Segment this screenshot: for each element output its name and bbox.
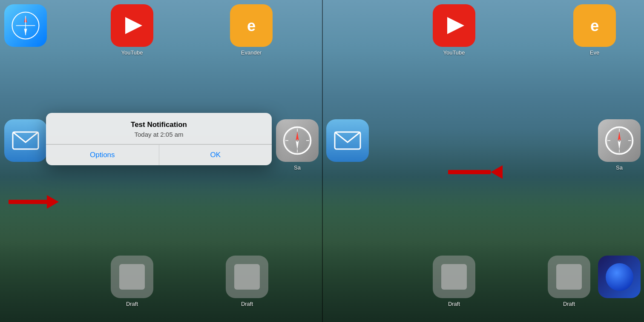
app-icon-compass-right[interactable]: Sa (598, 119, 641, 171)
youtube-icon (111, 4, 153, 47)
app-blue-right[interactable] (598, 256, 641, 298)
svg-text:e: e (590, 17, 599, 34)
youtube-play-icon-right (447, 17, 464, 34)
youtube-label: YouTube (121, 49, 143, 56)
app-draft-right-1[interactable]: Draft (433, 256, 475, 307)
draft-icon-left-1 (111, 256, 153, 298)
youtube-play-icon (125, 17, 142, 34)
draft-icon-right-2 (548, 256, 590, 298)
right-panel: YouTube e Eve (322, 0, 644, 322)
mail-icon-right (326, 119, 369, 162)
dialog-title-left: Test Notification (55, 121, 263, 129)
dialog-header-left: Test Notification Today at 2:05 am (46, 113, 272, 144)
compass-icon-right (598, 119, 641, 162)
svg-marker-25 (618, 132, 621, 141)
svg-marker-26 (618, 141, 621, 150)
app-icon-youtube-left[interactable]: YouTube (111, 4, 153, 56)
event-icon-left: e (230, 4, 273, 47)
app-icon-mail-right[interactable] (326, 119, 369, 162)
dialog-buttons-left: Options OK (46, 144, 272, 165)
blue-circle-inner (606, 263, 633, 291)
app-icon-evander-left[interactable]: e Evander (230, 4, 273, 56)
snooze-arrow (448, 165, 503, 179)
safari-label-left: Sa (294, 164, 301, 171)
event-icon-right: e (573, 4, 616, 47)
youtube-icon-right (433, 4, 475, 47)
blue-circle-app-icon (598, 256, 641, 298)
app-icon-compass-left[interactable]: Sa (276, 119, 319, 171)
svg-marker-14 (296, 132, 299, 141)
app-draft-right-2[interactable]: Draft (548, 256, 590, 307)
dialog-time-left: Today at 2:05 am (55, 131, 263, 138)
panel-divider (322, 0, 323, 322)
app-icon-youtube-right[interactable]: YouTube (433, 4, 475, 56)
safari-icon (4, 4, 47, 47)
app-draft-left-2[interactable]: Draft (226, 256, 268, 307)
svg-marker-15 (296, 141, 299, 150)
evander-label-left: Evander (241, 49, 262, 56)
draft-label-right-1: Draft (448, 301, 460, 307)
evander-label-right: Eve (590, 49, 599, 56)
options-button[interactable]: Options (46, 145, 159, 165)
ok-button[interactable]: OK (159, 145, 272, 165)
app-icon-mail-left[interactable] (4, 119, 47, 162)
draft-icon-left-2 (226, 256, 268, 298)
notification-dialog-left: Test Notification Today at 2:05 am Optio… (46, 113, 272, 165)
youtube-label-right: YouTube (443, 49, 465, 56)
svg-text:e: e (247, 17, 256, 34)
draft-label-right-2: Draft (563, 301, 575, 307)
draft-label-left-2: Draft (241, 301, 253, 307)
left-panel: YouTube e Evander (0, 0, 322, 322)
app-draft-left-1[interactable]: Draft (111, 256, 153, 307)
mail-icon-left (4, 119, 47, 162)
app-icon-evander-right[interactable]: e Eve (573, 4, 616, 56)
draft-icon-right-1 (433, 256, 475, 298)
safari-label-right: Sa (616, 164, 623, 171)
options-arrow (9, 195, 59, 209)
compass-icon-left (276, 119, 319, 162)
app-icon-safari-left[interactable] (4, 4, 47, 47)
draft-label-left-1: Draft (126, 301, 138, 307)
